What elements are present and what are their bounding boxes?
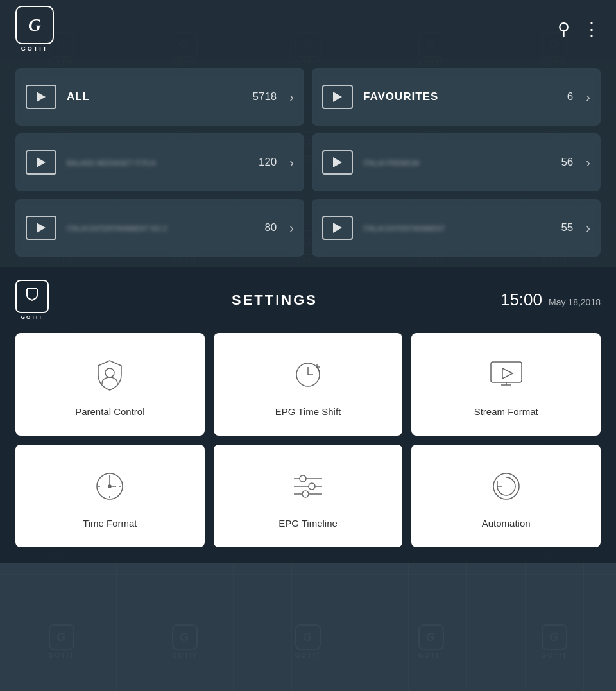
chevron-right-icon: › xyxy=(289,90,294,105)
chevron-right-icon: › xyxy=(289,221,294,235)
svg-point-16 xyxy=(300,475,306,482)
channel-info: BALANS MEDIASET IT.PLN xyxy=(67,158,248,167)
settings-date: May 18,2018 xyxy=(549,297,601,307)
channel-card-favourites[interactable]: FAVOURITES 6 › xyxy=(312,68,601,126)
channel-count: 56 xyxy=(561,156,573,169)
shield-person-icon xyxy=(87,352,132,397)
channel-subtitle: ITALIA PREMIUM xyxy=(363,159,551,167)
logo-g-letter: G xyxy=(28,15,41,35)
header-actions: ⚲ ⋮ xyxy=(558,19,601,40)
channel-info: FAVOURITES xyxy=(363,90,557,103)
play-triangle xyxy=(37,223,46,233)
channel-info: ITALIA ENTERTAINMENT xyxy=(363,223,551,232)
channel-card-blurred-4[interactable]: ITALIA ENTERTAINMENT 55 › xyxy=(312,199,601,257)
more-menu-icon[interactable]: ⋮ xyxy=(583,19,601,40)
channel-card-blurred-2[interactable]: ITALIA PREMIUM 56 › xyxy=(312,133,601,191)
logo-box: G xyxy=(15,6,54,44)
channel-info: ALL xyxy=(67,90,243,103)
clock-refresh-icon xyxy=(286,352,330,397)
settings-card-parental-control[interactable]: Parental Control xyxy=(15,333,205,436)
svg-point-8 xyxy=(108,485,111,488)
settings-time: 15:00 xyxy=(501,290,542,310)
channel-play-icon xyxy=(26,150,56,175)
channel-subtitle: ITALIA ENTERTAINMENT NO.2 xyxy=(67,225,254,232)
play-triangle xyxy=(333,92,342,102)
settings-card-epg-timeline[interactable]: EPG Timeline xyxy=(214,445,403,547)
channel-info: ITALIA ENTERTAINMENT NO.2 xyxy=(67,223,254,232)
logo-wrapper: G GOTIT xyxy=(15,6,54,52)
settings-grid: Parental Control EPG Time Shift xyxy=(15,333,601,547)
parental-control-label: Parental Control xyxy=(75,406,144,417)
channel-play-icon xyxy=(322,216,353,240)
settings-card-stream-format[interactable]: Stream Format xyxy=(411,333,601,436)
channel-play-icon xyxy=(322,85,353,109)
stream-format-label: Stream Format xyxy=(474,406,538,417)
svg-point-1 xyxy=(105,368,114,377)
settings-card-automation[interactable]: Automation xyxy=(411,445,601,547)
play-triangle xyxy=(333,157,342,167)
epg-timeline-label: EPG Timeline xyxy=(278,518,338,529)
play-triangle xyxy=(333,223,342,233)
channel-count: 55 xyxy=(561,221,573,234)
channel-count: 5718 xyxy=(253,90,277,103)
automation-label: Automation xyxy=(482,518,531,529)
svg-rect-3 xyxy=(491,362,522,382)
clock-icon xyxy=(87,464,132,509)
chevron-right-icon: › xyxy=(289,155,294,170)
channel-play-icon xyxy=(322,150,353,175)
refresh-circle-icon xyxy=(484,464,529,509)
channel-subtitle: BALANS MEDIASET IT.PLN xyxy=(67,159,248,167)
channels-area: ALL 5718 › FAVOURITES 6 › xyxy=(0,58,616,267)
settings-logo-text: GOTIT xyxy=(21,314,43,320)
channels-grid: ALL 5718 › FAVOURITES 6 › xyxy=(15,68,601,257)
channel-name: ALL xyxy=(67,90,243,103)
main-content: G GOTIT ⚲ ⋮ ALL 5718 › xyxy=(0,0,616,691)
settings-card-time-format[interactable]: Time Format xyxy=(15,445,205,547)
sliders-icon xyxy=(286,464,330,509)
svg-marker-6 xyxy=(502,368,513,379)
channel-info: ITALIA PREMIUM xyxy=(363,158,551,167)
channel-count: 120 xyxy=(259,156,277,169)
settings-logo-box xyxy=(15,280,49,313)
svg-point-18 xyxy=(302,491,309,497)
settings-section: GOTIT SETTINGS 15:00 May 18,2018 Parent xyxy=(0,267,616,563)
settings-datetime: 15:00 May 18,2018 xyxy=(501,290,601,310)
time-format-label: Time Format xyxy=(83,518,137,529)
play-triangle xyxy=(37,92,46,102)
channel-count: 6 xyxy=(567,90,573,103)
chevron-right-icon: › xyxy=(586,221,590,235)
channel-count: 80 xyxy=(264,221,277,234)
settings-header: GOTIT SETTINGS 15:00 May 18,2018 xyxy=(15,280,601,320)
monitor-play-icon xyxy=(484,352,529,397)
channel-name: FAVOURITES xyxy=(363,90,557,103)
svg-point-17 xyxy=(309,483,315,490)
chevron-right-icon: › xyxy=(586,90,590,105)
logo-text: GOTIT xyxy=(21,46,49,52)
search-icon[interactable]: ⚲ xyxy=(558,19,570,39)
chevron-right-icon: › xyxy=(586,155,590,170)
header: G GOTIT ⚲ ⋮ xyxy=(0,0,616,58)
settings-logo-wrapper: GOTIT xyxy=(15,280,49,320)
header-logo: G GOTIT xyxy=(15,6,54,52)
channel-card-all[interactable]: ALL 5718 › xyxy=(15,68,304,126)
channel-play-icon xyxy=(26,216,56,240)
channel-play-icon xyxy=(26,85,56,109)
channel-card-blurred-1[interactable]: BALANS MEDIASET IT.PLN 120 › xyxy=(15,133,304,191)
channel-card-blurred-3[interactable]: ITALIA ENTERTAINMENT NO.2 80 › xyxy=(15,199,304,257)
settings-card-epg-time-shift[interactable]: EPG Time Shift xyxy=(214,333,403,436)
epg-time-shift-label: EPG Time Shift xyxy=(275,406,341,417)
play-triangle xyxy=(37,157,46,167)
settings-title: SETTINGS xyxy=(232,292,318,309)
channel-subtitle: ITALIA ENTERTAINMENT xyxy=(363,225,551,232)
